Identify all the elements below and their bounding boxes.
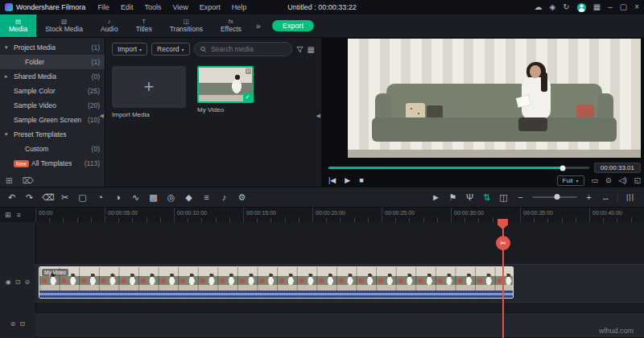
menu-item[interactable]: View — [167, 3, 193, 11]
sidebar-item-sample-video[interactable]: Sample Video (20) — [0, 98, 105, 113]
import-button[interactable]: Import ▾ — [112, 43, 147, 56]
stop-button[interactable]: ■ — [359, 177, 363, 184]
split-icon[interactable]: ✂ — [60, 193, 70, 202]
sidebar-item-label: All Templates — [31, 159, 72, 167]
video-preview[interactable] — [348, 39, 641, 158]
export-button[interactable]: Export — [272, 20, 314, 31]
new-folder-icon[interactable]: ⊞ — [6, 176, 12, 185]
adjust-icon[interactable]: ≡ — [201, 193, 212, 202]
motion-track-icon[interactable]: ◎ — [166, 193, 176, 202]
zoom-in-icon[interactable]: + — [584, 193, 594, 202]
ruler-label: 00:00 — [35, 208, 105, 222]
more-panels-icon[interactable]: » — [256, 21, 261, 31]
lock-icon[interactable]: ⊡ — [15, 279, 21, 286]
delete-folder-icon[interactable]: ⌦ — [22, 176, 33, 185]
zoom-out-icon[interactable]: − — [515, 193, 526, 202]
speaker-icon[interactable]: ◁) — [619, 177, 627, 184]
timeline-ruler[interactable]: ⊞≡ 00:0000:00:05:0000:00:10:0000:00:15:0… — [0, 208, 644, 222]
scrubber[interactable] — [328, 167, 589, 169]
close-icon[interactable]: × — [634, 3, 639, 11]
quality-selector[interactable]: Full ▾ — [557, 175, 584, 186]
minimize-icon[interactable]: – — [608, 3, 613, 11]
speed-icon[interactable]: ◔ — [95, 193, 105, 202]
menu-item[interactable]: Edit — [115, 3, 139, 11]
sidebar-item-all-templates[interactable]: New All Templates (113) — [0, 156, 105, 171]
menu-item[interactable]: Tools — [138, 3, 167, 11]
import-media-tile[interactable]: + — [112, 66, 186, 108]
timeline-clip[interactable]: My Video — [39, 266, 514, 299]
record-button[interactable]: Record ▾ — [151, 43, 189, 56]
collapse-sidebar-icon[interactable]: ◀ — [100, 113, 104, 119]
account-icon[interactable] — [577, 3, 586, 12]
prev-frame-button[interactable]: |◀ — [328, 177, 336, 184]
split-at-playhead-button[interactable]: ✂ — [496, 236, 510, 250]
add-track-icon[interactable]: ⊞ — [5, 211, 11, 219]
mixer-icon[interactable]: ⇅ — [481, 193, 492, 202]
sidebar-item-folder[interactable]: Folder (1) — [0, 55, 105, 69]
sync-icon[interactable]: ↻ — [563, 3, 569, 11]
fit-timeline-icon[interactable]: ↔ — [601, 193, 611, 202]
audio-adjust-icon[interactable]: ♪ — [219, 193, 229, 202]
zoom-slider[interactable] — [532, 196, 577, 198]
menu-item[interactable]: Export — [194, 3, 226, 11]
sidebar-item-shared-media[interactable]: ▸ Shared Media (0) — [0, 69, 105, 84]
menu-item[interactable]: File — [92, 3, 115, 11]
delete-icon[interactable]: ⌫ — [42, 193, 52, 202]
zoom-slider-handle[interactable] — [554, 194, 559, 200]
expand-arrow-icon[interactable]: ▾ — [5, 44, 11, 51]
pointer-icon[interactable]: ► — [431, 193, 441, 202]
sidebar-item-sample-color[interactable]: Sample Color (25) — [0, 84, 105, 98]
cloud-icon[interactable]: ☁ — [535, 3, 543, 11]
maximize-icon[interactable]: ▢ — [620, 3, 627, 11]
audio-track[interactable] — [35, 314, 644, 336]
effects-store-icon[interactable]: ◈ — [550, 3, 556, 11]
crop-icon[interactable]: ▢ — [77, 193, 88, 202]
fullscreen-icon[interactable]: ◱ — [634, 177, 641, 184]
render-settings-icon[interactable]: ⚙ — [237, 193, 247, 202]
redo-icon[interactable]: ↷ — [24, 193, 35, 202]
marker-icon[interactable]: ⚑ — [448, 193, 458, 202]
tab-effects[interactable]: fx Effects — [212, 14, 250, 37]
clip-options-icon: ⊡ — [246, 68, 251, 74]
display-mode-icon[interactable]: ▭ — [592, 177, 599, 184]
tab-titles[interactable]: T Titles — [127, 14, 161, 37]
filter-icon[interactable] — [296, 46, 303, 53]
keyframe-icon[interactable]: ◆ — [184, 193, 194, 202]
search-box[interactable] — [194, 42, 292, 56]
voiceover-icon[interactable]: Ψ — [464, 193, 475, 202]
mute-icon[interactable]: ⊘ — [24, 279, 30, 286]
tab-transitions[interactable]: ◫ Transitions — [161, 14, 212, 37]
tab-audio[interactable]: ♪ Audio — [92, 14, 127, 37]
sidebar-item-preset-templates[interactable]: ▾ Preset Templates — [0, 127, 105, 142]
manage-tracks-icon[interactable]: ≡ — [17, 211, 21, 219]
split-screen-icon[interactable]: ◫ — [498, 193, 509, 202]
layout-icon[interactable]: ▦ — [593, 3, 601, 11]
lock-icon[interactable]: ⊡ — [20, 321, 26, 328]
track-height-icon[interactable]: ||| — [617, 194, 638, 201]
timeline-tracks[interactable]: ◉⊡⊘ ⊘⊡ My Video — [0, 222, 644, 338]
eye-icon[interactable]: ◉ — [6, 279, 11, 286]
collapse-media-panel-icon[interactable]: ◀ — [316, 113, 320, 119]
search-input[interactable] — [209, 44, 285, 54]
scrubber-handle[interactable] — [560, 165, 566, 171]
color-icon[interactable]: ◑ — [113, 193, 123, 202]
grid-view-icon[interactable]: ▦ — [308, 45, 315, 54]
tab-media[interactable]: ▤ Media — [0, 14, 36, 37]
ruler-scale[interactable]: 00:0000:00:05:0000:00:10:0000:00:15:0000… — [35, 208, 644, 222]
sidebar-item-custom[interactable]: Custom (0) — [0, 142, 105, 156]
mute-icon[interactable]: ⊘ — [10, 321, 16, 328]
sidebar-item-sample-green-screen[interactable]: Sample Green Screen (10) — [0, 113, 105, 127]
menu-item[interactable]: Help — [226, 3, 253, 11]
play-button[interactable]: ▶ — [345, 177, 350, 184]
snapshot-icon[interactable]: ⊙ — [605, 177, 612, 184]
expand-arrow-icon[interactable]: ▾ — [5, 131, 11, 138]
app-name: Wondershare Filmora — [16, 3, 85, 11]
sidebar-item-project-media[interactable]: ▾ Project Media (1) — [0, 40, 105, 55]
import-tile-label: Import Media — [112, 111, 186, 118]
chroma-key-icon[interactable]: ▩ — [148, 193, 159, 202]
undo-icon[interactable]: ↶ — [6, 193, 17, 202]
animation-icon[interactable]: ∿ — [130, 193, 141, 202]
tab-stock-media[interactable]: ▥ Stock Media — [36, 14, 92, 37]
expand-arrow-icon[interactable]: ▸ — [5, 73, 11, 80]
video-thumbnail[interactable]: ⊡ ✓ — [197, 66, 254, 103]
